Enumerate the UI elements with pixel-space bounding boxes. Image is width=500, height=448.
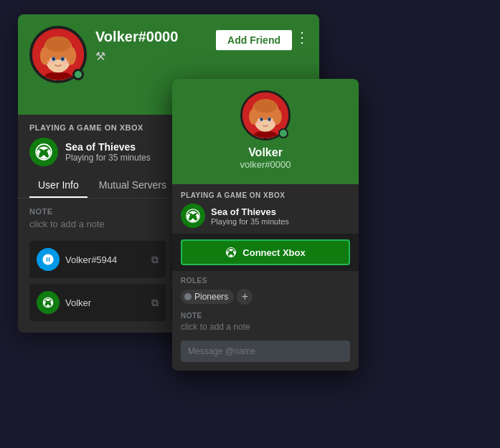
svg-point-13 — [62, 60, 69, 64]
svg-point-7 — [45, 37, 71, 52]
battlenet-name: Volker#5944 — [65, 254, 146, 265]
connect-xbox-icon — [225, 247, 237, 258]
svg-point-10 — [52, 58, 55, 61]
xbox-icon-circle — [29, 138, 58, 166]
game-row-front: Sea of Thieves Playing for 35 minutes — [181, 204, 350, 228]
username-back: Volker#0000 — [95, 29, 178, 45]
tab-user-info[interactable]: User Info — [29, 172, 88, 198]
xbox-account-icon — [37, 291, 60, 314]
game-activity-front: PLAYING A GAME ON XBOX Sea of Thieves Pl… — [172, 184, 359, 234]
game-title-front: Sea of Thieves — [211, 206, 289, 217]
online-status-back — [72, 69, 84, 80]
message-input-wrap — [172, 336, 359, 371]
external-link-battlenet: ⧉ — [151, 254, 159, 266]
tab-mutual-servers[interactable]: Mutual Servers — [90, 172, 175, 198]
add-friend-button[interactable]: Add Friend — [214, 29, 293, 52]
account-row-battlenet[interactable]: Volker#5944 ⧉ — [29, 241, 166, 278]
front-card-header: Volker volker#0000 — [172, 79, 359, 184]
avatar-wrap-front — [240, 90, 291, 140]
note-label-front: NOTE — [181, 312, 350, 320]
discriminator-front: volker#0000 — [240, 159, 291, 170]
roles-label: ROLES — [181, 277, 350, 285]
roles-row: Pioneers + — [181, 289, 350, 305]
svg-point-29 — [270, 121, 275, 125]
game-label-front: PLAYING A GAME ON XBOX — [181, 191, 350, 199]
tools-icon: ⚒ — [95, 49, 178, 63]
svg-point-23 — [254, 100, 278, 113]
message-input[interactable] — [181, 340, 350, 362]
role-name-pioneers: Pioneers — [194, 292, 228, 302]
svg-point-11 — [62, 58, 64, 61]
connect-xbox-button[interactable]: Connect Xbox — [181, 239, 350, 265]
svg-point-28 — [255, 121, 260, 125]
external-link-xbox: ⧉ — [151, 297, 159, 309]
xbox-account-name: Volker — [65, 297, 146, 308]
online-status-front — [278, 128, 288, 138]
svg-point-26 — [260, 118, 262, 120]
note-section-front: NOTE click to add a note — [172, 308, 359, 336]
connect-xbox-label: Connect Xbox — [242, 247, 305, 258]
game-info-front: Sea of Thieves Playing for 35 minutes — [211, 206, 289, 226]
role-dot — [184, 293, 192, 300]
svg-point-12 — [47, 60, 54, 64]
username-front: Volker — [248, 146, 283, 159]
add-role-button[interactable]: + — [237, 289, 253, 305]
game-duration-back: Playing for 35 minutes — [65, 153, 151, 163]
battlenet-icon — [37, 248, 60, 271]
roles-section: ROLES Pioneers + — [172, 271, 359, 308]
game-title-back: Sea of Thieves — [65, 141, 151, 153]
game-info-back: Sea of Thieves Playing for 35 minutes — [65, 141, 151, 163]
role-badge-pioneers: Pioneers — [181, 290, 234, 304]
header-info-back: Volker#0000 ⚒ — [95, 26, 178, 63]
more-options-button[interactable]: ⋮ — [292, 29, 312, 46]
profile-card-front: Volker volker#0000 PLAYING A GAME ON XBO… — [172, 79, 359, 371]
xbox-icon-small — [181, 204, 205, 228]
note-text-front[interactable]: click to add a note — [181, 322, 350, 332]
account-row-xbox[interactable]: Volker ⧉ — [29, 284, 166, 321]
avatar-wrap-back — [29, 26, 87, 83]
game-duration-front: Playing for 35 minutes — [211, 217, 289, 226]
svg-point-27 — [268, 118, 270, 120]
